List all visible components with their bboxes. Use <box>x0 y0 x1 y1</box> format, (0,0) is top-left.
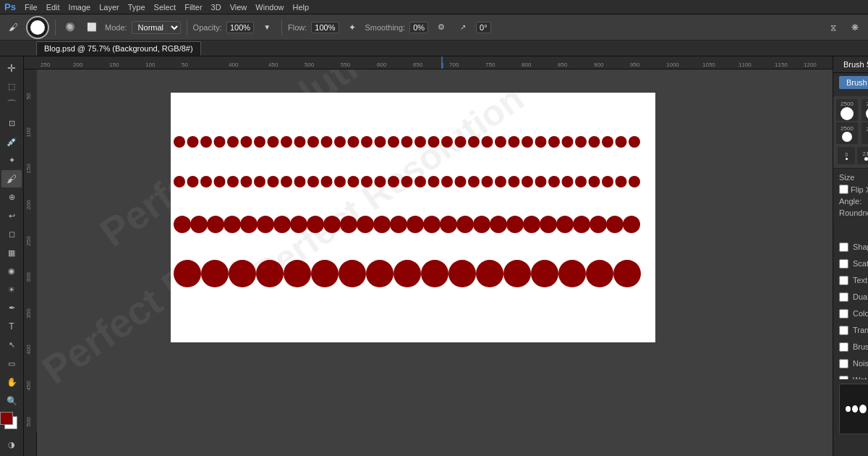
angle-icon[interactable]: ↗ <box>454 19 472 36</box>
quick-mask-icon[interactable]: ◑ <box>1 436 22 453</box>
menu-window[interactable]: Window <box>255 3 284 12</box>
scattering-row: Scattering 🔒 <box>839 256 868 271</box>
svg-point-94 <box>482 176 493 187</box>
color-swatches[interactable] <box>0 412 23 431</box>
toggle-icon-2[interactable]: ⬜ <box>83 19 101 36</box>
menu-edit[interactable]: Edit <box>46 3 60 12</box>
menu-3d[interactable]: 3D <box>211 3 221 12</box>
dual-brush-check[interactable] <box>839 292 848 302</box>
menu-type[interactable]: Type <box>128 3 145 12</box>
toolbar: 🖌 🔘 ⬜ Mode: Normal Multiply Screen Opaci… <box>0 14 868 41</box>
path-select-tool[interactable]: ↖ <box>1 337 22 354</box>
svg-text:650: 650 <box>413 62 423 68</box>
opacity-value[interactable]: 100% <box>226 22 254 33</box>
preset-cell-2[interactable]: 2500 <box>861 99 868 121</box>
flow-value[interactable]: 100% <box>311 22 339 33</box>
angle-value[interactable]: 0° <box>476 22 491 33</box>
color-dynamics-check[interactable] <box>839 309 848 318</box>
clone-tool[interactable]: ⊕ <box>1 189 22 206</box>
drawing-canvas[interactable]: Perfect Resolution <box>171 93 655 342</box>
svg-text:1200: 1200 <box>804 62 817 68</box>
opacity-toggle[interactable]: ▼ <box>258 19 276 36</box>
svg-point-54 <box>414 136 426 148</box>
history-brush-tool[interactable]: ↩ <box>1 207 22 224</box>
brush-settings-tab[interactable]: Brush Settings <box>833 56 868 72</box>
spot-heal-tool[interactable]: ✦ <box>1 152 22 169</box>
menu-filter[interactable]: Filter <box>184 3 202 12</box>
brush-settings-panel: Brush Settings Brushes ≫ — Brush Tip Sha… <box>833 56 868 456</box>
svg-point-38 <box>200 136 212 148</box>
preset-cell-9[interactable]: 2500 <box>836 122 858 144</box>
menu-image[interactable]: Image <box>69 3 91 12</box>
toggle-icon-1[interactable]: 🔘 <box>61 19 79 36</box>
main-area: ✛ ⬚ ⌒ ⊡ 💉 ✦ 🖌 ⊕ ↩ ◻ ▦ ◉ ☀ ✒ T ↖ ▭ ✋ 🔍 ◑ <box>0 56 868 456</box>
transfer-label: Transfer <box>853 326 868 334</box>
menu-view[interactable]: View <box>230 3 247 12</box>
transfer-check[interactable] <box>839 326 848 335</box>
dot-row-4-svg <box>174 258 652 290</box>
crop-tool[interactable]: ⊡ <box>1 115 22 132</box>
svg-point-113 <box>290 216 307 233</box>
svg-point-41 <box>241 136 252 148</box>
menu-layer[interactable]: Layer <box>99 3 119 12</box>
brush-pose-check[interactable] <box>839 342 848 352</box>
airbrush-icon[interactable]: ✦ <box>344 19 361 36</box>
svg-text:200: 200 <box>25 200 32 210</box>
gradient-tool[interactable]: ▦ <box>1 244 22 261</box>
hand-tool[interactable]: ✋ <box>1 373 22 391</box>
eyedropper-tool[interactable]: 💉 <box>1 133 22 151</box>
text-tool[interactable]: T <box>1 318 22 336</box>
preset-cell-1[interactable]: 2500 <box>836 99 858 121</box>
select-tool[interactable]: ⬚ <box>1 78 22 96</box>
symmetry-icon[interactable]: ⧖ <box>825 19 842 36</box>
svg-text:250: 250 <box>25 236 32 246</box>
brush-picker[interactable] <box>26 16 49 39</box>
brush-tool-icon[interactable]: 🖌 <box>4 19 22 36</box>
svg-point-121 <box>423 216 441 233</box>
eraser-tool[interactable]: ◻ <box>1 226 22 243</box>
svg-text:450: 450 <box>268 62 278 68</box>
svg-point-104 <box>616 176 627 187</box>
svg-point-123 <box>456 216 474 233</box>
svg-point-49 <box>348 136 359 148</box>
smoothing-value[interactable]: 0% <box>409 22 428 33</box>
dodge-tool[interactable]: ☀ <box>1 282 22 299</box>
svg-point-137 <box>256 260 284 287</box>
shape-tool[interactable]: ▭ <box>1 355 22 373</box>
brush-tip-button[interactable]: Brush Tip Shape <box>839 76 868 89</box>
menu-select[interactable]: Select <box>154 3 176 12</box>
small-preset-1[interactable]: 3 <box>838 147 855 164</box>
blur-tool[interactable]: ◉ <box>1 263 22 280</box>
wet-edges-row: Wet Edges 🔒 <box>839 373 868 379</box>
tab-bar: Blog.psd @ 75.7% (Background, RGB/8#) <box>0 41 868 56</box>
extra-icon[interactable]: ❋ <box>846 19 864 36</box>
lasso-tool[interactable]: ⌒ <box>1 96 22 114</box>
toolbar-separator-3 <box>281 20 282 35</box>
svg-text:550: 550 <box>341 62 351 68</box>
scattering-check[interactable] <box>839 259 848 269</box>
brush-tool[interactable]: 🖌 <box>1 170 22 187</box>
preset-cell-10[interactable]: 2500 <box>861 122 868 144</box>
pen-tool[interactable]: ✒ <box>1 300 22 317</box>
menu-file[interactable]: File <box>25 3 38 12</box>
texture-check[interactable] <box>839 276 848 285</box>
svg-point-98 <box>535 176 547 187</box>
shape-dynamics-label: Shape Dynamics <box>853 242 868 251</box>
noise-check[interactable] <box>839 359 848 368</box>
smoothing-settings-icon[interactable]: ⚙ <box>433 19 450 36</box>
zoom-tool[interactable]: 🔍 <box>1 392 22 410</box>
shape-dynamics-check[interactable] <box>839 242 848 252</box>
svg-point-144 <box>448 260 476 287</box>
move-tool[interactable]: ✛ <box>1 59 22 77</box>
svg-point-46 <box>307 136 319 148</box>
svg-point-55 <box>428 136 440 148</box>
active-tab[interactable]: Blog.psd @ 75.7% (Background, RGB/8#) <box>36 41 201 56</box>
flip-x-checkbox[interactable] <box>839 185 848 194</box>
flip-x-label[interactable]: Flip X <box>839 185 868 194</box>
mode-dropdown[interactable]: Normal Multiply Screen <box>132 21 181 34</box>
wet-edges-check[interactable] <box>839 376 848 380</box>
menu-help[interactable]: Help <box>292 3 309 12</box>
small-preset-2[interactable]: 21 <box>857 147 868 164</box>
canvas-viewport[interactable]: Perfect Resolution Perfect Resolution Pe… <box>37 69 833 456</box>
svg-point-132 <box>606 216 624 233</box>
